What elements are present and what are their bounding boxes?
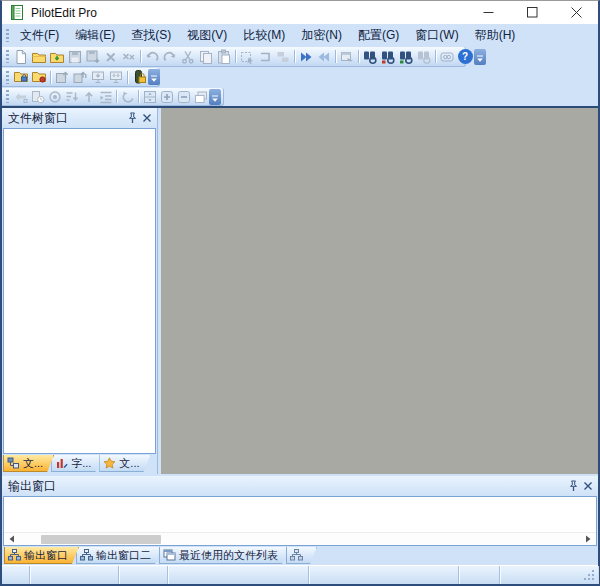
toolbar-separator — [358, 50, 359, 63]
goto-window-icon[interactable] — [338, 49, 356, 65]
output-panel-title: 输出窗口 — [8, 478, 565, 495]
clipboard-history-icon[interactable] — [29, 89, 46, 105]
refresh-icon[interactable] — [119, 89, 136, 105]
redo-icon[interactable] — [161, 49, 179, 65]
collapse-tag-icon[interactable] — [12, 89, 29, 105]
find-in-files-icon[interactable] — [361, 49, 379, 65]
move-lines-up-icon[interactable] — [80, 89, 97, 105]
maximize-button[interactable] — [510, 1, 554, 24]
pin-icon[interactable] — [124, 111, 139, 125]
help-icon[interactable]: ? — [456, 49, 474, 65]
restore-layout-icon[interactable] — [192, 89, 209, 105]
paste-icon[interactable] — [215, 49, 233, 65]
output-panel: 输出窗口 输出窗口 输出窗口二 最近使用的文件 — [2, 476, 598, 565]
download-file-icon[interactable] — [89, 69, 107, 85]
toolbar3-grip[interactable] — [6, 90, 9, 103]
menu-compare[interactable]: 比较(M) — [235, 24, 293, 47]
open-modified-ftp-file-icon[interactable] — [30, 69, 48, 85]
replace-in-files-icon[interactable] — [379, 49, 397, 65]
cut-icon[interactable] — [179, 49, 197, 65]
toolbar-edit-tools — [2, 87, 598, 106]
tab-favorite-files[interactable]: 文... — [99, 455, 150, 472]
toolbar2-grip[interactable] — [6, 71, 9, 84]
next-difference-icon[interactable] — [297, 49, 315, 65]
menu-help[interactable]: 帮助(H) — [467, 24, 524, 47]
close-panel-icon[interactable] — [139, 111, 154, 125]
close-all-files-icon[interactable] — [120, 49, 138, 65]
sort-lines-icon[interactable] — [63, 89, 80, 105]
output-content[interactable] — [4, 497, 596, 532]
file-tree-panel-title: 文件树窗口 — [8, 110, 124, 127]
toolbar-separator — [335, 50, 336, 63]
menu-view[interactable]: 视图(V) — [179, 24, 235, 47]
tab-output-window-2[interactable]: 输出窗口二 — [76, 547, 162, 564]
new-file-icon[interactable] — [12, 49, 30, 65]
toolbar-separator — [235, 50, 236, 63]
record-macro-icon[interactable] — [46, 89, 63, 105]
toolbar-ftp-band — [2, 68, 160, 87]
tab-char-view[interactable]: 字... — [51, 455, 102, 472]
file-tree-tab-strip: 文... 字... 文... — [2, 454, 157, 474]
toolbar-ftp — [2, 67, 598, 87]
indent-lines-icon[interactable] — [97, 89, 114, 105]
column-00-icon[interactable] — [438, 49, 456, 65]
save-as-icon[interactable] — [84, 49, 102, 65]
tab-output-window[interactable]: 输出窗口 — [4, 547, 79, 564]
tab-label: 文... — [23, 456, 43, 471]
scroll-left-icon[interactable] — [6, 534, 17, 545]
upload-all-files-icon[interactable] — [71, 69, 89, 85]
menu-bar: 文件(F) 编辑(E) 查找(S) 视图(V) 比较(M) 加密(N) 配置(G… — [2, 24, 598, 46]
menu-window[interactable]: 窗口(W) — [407, 24, 466, 47]
copy-icon[interactable] — [197, 49, 215, 65]
menu-config[interactable]: 配置(G) — [350, 24, 407, 47]
find-in-scripts-icon[interactable] — [415, 49, 433, 65]
open-encrypted-ftp-file-icon[interactable] — [12, 69, 30, 85]
tab-scripts[interactable] — [286, 547, 317, 564]
close-button[interactable] — [554, 1, 598, 24]
help-glyph: ? — [462, 51, 468, 62]
split-window-icon[interactable] — [141, 89, 158, 105]
menubar-grip[interactable] — [6, 29, 9, 42]
tab-label: 输出窗口二 — [96, 548, 151, 563]
minimize-button[interactable] — [466, 1, 510, 24]
tab-recent-files[interactable]: 最近使用的文件列表 — [159, 547, 289, 564]
open-from-ftp-icon[interactable] — [48, 49, 66, 65]
previous-difference-icon[interactable] — [315, 49, 333, 65]
status-section — [119, 566, 168, 584]
close-panel-icon[interactable] — [580, 479, 595, 493]
tab-file-tree[interactable]: 文... — [3, 455, 54, 472]
toolbar3-overflow-button[interactable] — [209, 89, 221, 105]
menu-file[interactable]: 文件(F) — [12, 24, 67, 47]
select-block-icon[interactable] — [238, 49, 256, 65]
select-to-line-end-icon[interactable] — [256, 49, 274, 65]
scroll-right-icon[interactable] — [583, 534, 594, 545]
upload-file-icon[interactable] — [53, 69, 71, 85]
file-tree-content[interactable] — [3, 128, 156, 454]
undo-icon[interactable] — [143, 49, 161, 65]
download-all-files-icon[interactable] — [107, 69, 125, 85]
hex-edit-mode-icon[interactable] — [274, 49, 292, 65]
zoom-in-icon[interactable] — [158, 89, 175, 105]
editor-area[interactable] — [161, 108, 598, 474]
close-file-icon[interactable] — [102, 49, 120, 65]
open-folder-icon[interactable] — [30, 49, 48, 65]
toolbar1-grip[interactable] — [6, 50, 9, 63]
menu-encrypt[interactable]: 加密(N) — [293, 24, 350, 47]
zoom-out-icon[interactable] — [175, 89, 192, 105]
output-horizontal-scrollbar[interactable] — [4, 532, 596, 545]
status-section — [2, 566, 30, 584]
tab-label: 字... — [71, 456, 91, 471]
toolbar1-overflow-button[interactable] — [474, 49, 486, 65]
toolbar2-overflow-button[interactable] — [148, 69, 160, 85]
menu-edit[interactable]: 编辑(E) — [67, 24, 123, 47]
toolbar-separator — [294, 50, 295, 63]
menu-find[interactable]: 查找(S) — [123, 24, 179, 47]
encrypt-decrypt-icon[interactable] — [130, 69, 148, 85]
resize-grip-icon[interactable] — [583, 569, 596, 582]
save-icon[interactable] — [66, 49, 84, 65]
tab-label: 最近使用的文件列表 — [179, 548, 278, 563]
pin-icon[interactable] — [565, 479, 580, 493]
toolbar-separator — [127, 71, 128, 84]
scrollbar-thumb[interactable] — [41, 535, 161, 544]
find-in-directories-icon[interactable] — [397, 49, 415, 65]
